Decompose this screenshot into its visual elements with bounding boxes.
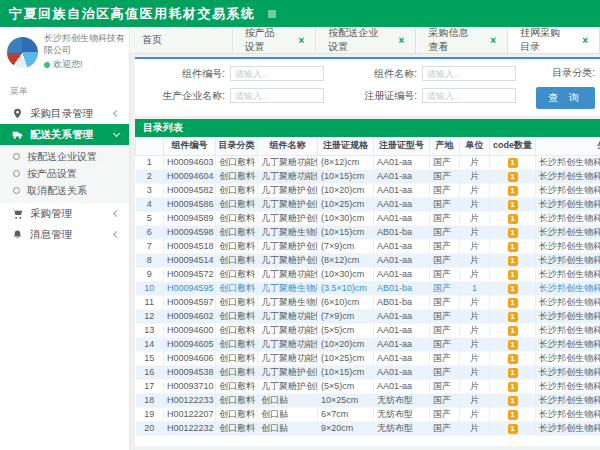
table-cell: H00094514 — [164, 253, 216, 267]
table-cell: AB01-ba — [374, 281, 430, 295]
table-cell: 创口敷料 — [216, 211, 258, 225]
code-count-badge[interactable]: 1 — [508, 256, 518, 266]
table-cell: 8 — [136, 253, 164, 267]
table-row[interactable]: 13H00094600创口敷料几丁聚糖功能性护(5×5)cmAA01-aa国产片… — [136, 323, 600, 337]
close-tab-icon[interactable]: × — [582, 35, 588, 46]
submenu-item-label: 取消配送关系 — [27, 184, 87, 198]
table-cell: 片 — [460, 323, 490, 337]
table-cell: 13 — [136, 323, 164, 337]
submenu-item[interactable]: 按产品设置 — [0, 165, 129, 182]
code-count-badge[interactable]: 1 — [508, 172, 518, 182]
submenu-item[interactable]: 按配送企业设置 — [0, 148, 129, 165]
table-cell: 片 — [460, 183, 490, 197]
code-count-badge[interactable]: 1 — [508, 186, 518, 196]
sidebar-item-3[interactable]: 采购管理 — [0, 203, 129, 224]
table-cell: (10×30)cm — [318, 267, 374, 281]
submenu-item[interactable]: 取消配送关系 — [0, 182, 129, 199]
table-row[interactable]: 10H00094595创口敷料几丁聚糖生物膜(3.5×10)cmAB01-ba国… — [136, 281, 600, 295]
code-count-badge[interactable]: 1 — [508, 214, 518, 224]
code-count-badge[interactable]: 1 — [508, 312, 518, 322]
code-count-badge[interactable]: 1 — [508, 368, 518, 378]
table-row[interactable]: 19H00122207创口敷料创口贴6×7cm无纺布型国产片1长沙邦创生物科技有… — [136, 407, 600, 421]
code-count-badge[interactable]: 1 — [508, 242, 518, 252]
table-cell: (10×25)cm — [318, 351, 374, 365]
close-tab-icon[interactable]: × — [490, 35, 496, 46]
table-cell: 长沙邦创生物科技有限公司 — [536, 281, 600, 295]
table-cell: AA01-aa — [374, 337, 430, 351]
code-count-badge[interactable]: 1 — [508, 326, 518, 336]
table-cell: 几丁聚糖护创贴（ — [258, 253, 318, 267]
table-cell: (8×12)cm — [318, 253, 374, 267]
sidebar-item-4[interactable]: 消息管理 — [0, 224, 129, 245]
table-cell: 长沙邦创生物科技有限公司 — [536, 379, 600, 393]
chevron-left-icon — [113, 231, 120, 238]
table-cell: 长沙邦创生物科技有限公司 — [536, 365, 600, 379]
tab-5[interactable]: 挂网采购目录× — [508, 27, 600, 53]
table-cell: 1 — [490, 197, 536, 211]
menu-label: 菜单 — [0, 76, 129, 103]
code-count-badge[interactable]: 1 — [508, 354, 518, 364]
tab-4[interactable]: 采购信息查看× — [416, 27, 508, 53]
component-code-input[interactable] — [230, 66, 324, 81]
code-count-badge[interactable]: 1 — [508, 228, 518, 238]
tab-1[interactable]: 首页 — [130, 27, 233, 53]
table-row[interactable]: 14H00094605创口敷料几丁聚糖功能性护(10×20)cmAA01-aa国… — [136, 337, 600, 351]
table-row[interactable]: 5H00094589创口敷料几丁聚糖护创贴（(10×30)cmAA01-aa国产… — [136, 211, 600, 225]
column-header: 产地 — [430, 137, 460, 155]
table-row[interactable]: 17H00093710创口敷料几丁聚糖护创贴（(5×5)cmAA01-aa国产片… — [136, 379, 600, 393]
table-row[interactable]: 12H00094602创口敷料几丁聚糖功能性护(7×9)cmAA01-aa国产片… — [136, 309, 600, 323]
code-count-badge[interactable]: 1 — [508, 284, 518, 294]
query-button[interactable]: 查 询 — [536, 87, 595, 109]
code-count-badge[interactable]: 1 — [508, 340, 518, 350]
code-count-badge[interactable]: 1 — [508, 410, 518, 420]
code-count-badge[interactable]: 1 — [508, 382, 518, 392]
manufacturer-name-input[interactable] — [230, 88, 324, 103]
code-count-badge[interactable]: 1 — [508, 298, 518, 308]
register-cert-input[interactable] — [422, 88, 516, 103]
table-row[interactable]: 16H00094538创口敷料几丁聚糖护创贴（(10×15)cmAA01-aa国… — [136, 365, 600, 379]
table-row[interactable]: 7H00094518创口敷料几丁聚糖护创贴（(7×9)cmAA01-aa国产片1… — [136, 239, 600, 253]
table-cell: H00094595 — [164, 281, 216, 295]
table-cell: H00094604 — [164, 169, 216, 183]
table-row[interactable]: 4H00094586创口敷料几丁聚糖护创贴（(10×25)cmAA01-aa国产… — [136, 197, 600, 211]
code-count-badge[interactable]: 1 — [508, 424, 518, 434]
table-row[interactable]: 1H00094603创口敷料几丁聚糖功能性护(8×12)cmAA01-aa国产片… — [136, 155, 600, 169]
table-cell: 几丁聚糖护创贴（ — [258, 197, 318, 211]
table-row[interactable]: 6H00094598创口敷料几丁聚糖生物膜(10×15)cmAB01-ba国产片… — [136, 225, 600, 239]
tab-3[interactable]: 按配送企业设置× — [316, 27, 416, 53]
table-row[interactable]: 3H00094582创口敷料几丁聚糖护创贴（(10×20)cmAA01-aa国产… — [136, 183, 600, 197]
close-tab-icon[interactable]: × — [399, 35, 405, 46]
component-name-input[interactable] — [422, 66, 516, 81]
table-row[interactable]: 11H00094597创口敷料几丁聚糖生物膜(6×10)cmAB01-ba国产片… — [136, 295, 600, 309]
tab-label: 首页 — [142, 33, 162, 47]
table-cell: (7×9)cm — [318, 309, 374, 323]
close-tab-icon[interactable]: × — [298, 35, 304, 46]
table-cell: 创口敷料 — [216, 225, 258, 239]
code-count-badge[interactable]: 1 — [508, 158, 518, 168]
table-cell: (8×12)cm — [318, 155, 374, 169]
table-cell: 创口敷料 — [216, 267, 258, 281]
code-count-badge[interactable]: 1 — [508, 200, 518, 210]
code-count-badge[interactable]: 1 — [508, 396, 518, 406]
table-row[interactable]: 20H00122232创口敷料创口贴9×20cm无纺布型国产片1长沙邦创生物科技… — [136, 421, 600, 435]
collapse-icon[interactable] — [268, 10, 276, 18]
table-cell: 几丁聚糖生物膜 — [258, 281, 318, 295]
sidebar-item-2[interactable]: 配送关系管理 — [0, 124, 129, 145]
list-title: 目录列表 — [135, 119, 600, 137]
catalog-list-panel: 目录列表 组件编号目录分类组件名称注册证规格注册证型号产地单位code数量生产企… — [135, 119, 600, 446]
table-cell: 20 — [136, 421, 164, 435]
table-cell: 创口敷料 — [216, 421, 258, 435]
table-row[interactable]: 8H00094514创口敷料几丁聚糖护创贴（(8×12)cmAA01-aa国产片… — [136, 253, 600, 267]
app-title: 宁夏回族自治区高值医用耗材交易系统 — [9, 5, 256, 23]
table-row[interactable]: 18H00122233创口敷料创口贴10×25cm无纺布型国产片1长沙邦创生物科… — [136, 393, 600, 407]
table-cell: H00122233 — [164, 393, 216, 407]
table-row[interactable]: 9H00094572创口敷料几丁聚糖功能性护(10×30)cmAA01-aa国产… — [136, 267, 600, 281]
table-cell: 11 — [136, 295, 164, 309]
table-row[interactable]: 2H00094604创口敷料几丁聚糖功能性护(10×15)cmAA01-aa国产… — [136, 169, 600, 183]
tab-2[interactable]: 按产品设置× — [233, 27, 316, 53]
code-count-badge[interactable]: 1 — [508, 270, 518, 280]
table-cell: 国产 — [430, 239, 460, 253]
table-cell: (10×15)cm — [318, 169, 374, 183]
table-row[interactable]: 15H00094606创口敷料几丁聚糖功能性护(10×25)cmAA01-aa国… — [136, 351, 600, 365]
sidebar-item-1[interactable]: 采购目录管理 — [0, 103, 129, 124]
